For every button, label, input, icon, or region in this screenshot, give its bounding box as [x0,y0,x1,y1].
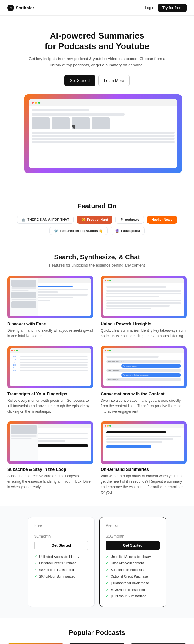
check-icon: ✓ [106,574,109,579]
badge-topai: ⚙️ Featured on TopAI.tools 👋 [49,227,108,235]
feature-screenshot-ondemand [101,421,187,464]
future-icon: 🔮 [115,229,119,233]
logo-icon: S [7,5,14,11]
check-icon: ✓ [106,581,109,586]
pricing-feature: ✓ $0.20/hour Summarized [106,594,160,599]
pricing-feature: ✓ Optional Credit Purchase [106,574,160,579]
mock-thumbnail [32,117,50,129]
podcasts-heading: Popular Podcasts [7,629,187,637]
feature-desc-discover: Dive right in and find exactly what you'… [7,328,93,339]
mock-thumbnail [92,117,110,129]
feature-screenshot-discover [7,276,93,318]
check-icon: ✓ [106,587,109,592]
hero-subtitle: Get key insights from any podcast & yout… [24,56,170,69]
pricing-feature: ✓ Unlimited Access to Library [34,555,88,559]
badge-product-hunt: 🐱 Product Hunt [77,216,113,224]
pricing-card-premium: Premium $10/month Get Started ✓ Unlimite… [99,517,166,607]
podcast-card-freakonomics: FREAKONOMICS FREAK RADIO Freakonomics Ra… [7,643,64,644]
badge-hacker-news: Hacker News [147,216,177,224]
feature-title-conversations: Conversations with the Content [101,391,187,396]
feature-desc-insights: Quick, clear summaries. Identify key tak… [101,328,187,339]
feature-insights: Unlock Powerful Insights Quick, clear su… [101,276,187,339]
window-minimize-dot [35,102,37,104]
podcasts-grid: FREAKONOMICS FREAK RADIO Freakonomics Ra… [7,643,187,644]
features-section: Search, Synthesize, & Chat Features for … [0,242,194,506]
check-icon: ✓ [34,554,37,559]
podcasts-section: Popular Podcasts FREAKONOMICS FREAK RADI… [0,618,194,644]
feature-title-insights: Unlock Powerful Insights [101,321,187,326]
hero-section: AI-powered Summaries for Podcasts and Yo… [0,16,194,191]
feature-subscribe: Subscribe & Stay in the Loop Subscribe a… [7,421,93,495]
feature-screenshot-subscribe [7,421,93,464]
pricing-cards-group: Free $0/month Get Started ✓ Unlimited Ac… [7,517,187,607]
feature-conversations: What is the main topic? The episode cove… [101,346,187,414]
mock-thumbnail [52,117,70,129]
pricing-tier-premium: Premium [106,523,160,528]
feature-desc-subscribe: Subscribe and receive curated email dige… [7,473,93,490]
pricing-feature: ✓ Unlimited Access to Library [106,555,160,559]
feature-transcripts: 0:00 0:15 0:30 1:02 [7,346,93,414]
pricing-feature: ✓ Optional Credit Purchase [34,561,88,566]
check-icon: ✓ [106,554,109,559]
podcast-card-huberman: HUBERMAN LAB Huberman Lab Huberman Lab d… [69,643,125,644]
featured-heading: Featured On [7,202,187,210]
pricing-card-free: Free $0/month Get Started ✓ Unlimited Ac… [28,517,95,607]
pricing-feature: ✓ $0.40/Hour Transcribed [34,568,88,572]
pricing-section: Free $0/month Get Started ✓ Unlimited Ac… [0,506,194,618]
logo[interactable]: S Scribbler [7,5,34,11]
features-heading: Search, Synthesize, & Chat [7,253,187,261]
badge-podnews: 🎙 podnews [115,216,144,224]
pricing-price-free: $0/month [34,529,88,540]
hero-screenshot [24,94,182,173]
window-maximize-dot [38,102,40,104]
hero-cta-group: Get Started Learn More [24,75,170,86]
feature-screenshot-transcripts: 0:00 0:15 0:30 1:02 [7,346,93,388]
feature-screenshot-conversations: What is the main topic? The episode cove… [101,346,187,388]
pricing-btn-premium[interactable]: Get Started [106,541,160,550]
pricing-feature: ✓ Chat with your content [106,561,160,566]
nav-actions: Login Try for free! [145,4,187,12]
topai-icon: ⚙️ [54,229,58,233]
feature-desc-conversations: Dive into a conversation, and get answer… [101,398,187,414]
feature-desc-ondemand: Why wade through hours of content when y… [101,473,187,495]
pricing-tier-free: Free [34,523,88,528]
pricing-feature: ✓ Subscribe in Podcasts [106,568,160,572]
featured-section: Featured On 🤖 THERE'S AN AI FOR THAT 🐱 P… [0,191,194,242]
pricing-btn-free[interactable]: Get Started [34,541,88,550]
check-icon: ✓ [106,594,109,599]
hero-get-started-button[interactable]: Get Started [64,75,95,86]
window-close-dot [32,102,34,104]
logo-text: Scribbler [16,5,34,10]
login-button[interactable]: Login [145,5,154,10]
svg-text:S: S [10,6,12,10]
hero-screen-mock [29,99,177,168]
feature-title-ondemand: On-Demand Summaries [101,467,187,472]
check-icon: ✓ [34,561,37,566]
pricing-feature: ✓ $10/month for on-demand [106,581,160,586]
navbar: S Scribbler Login Try for free! [0,0,194,16]
badge-there-is-ai: 🤖 THERE'S AN AI FOR THAT [17,216,73,224]
feature-discover: Discover with Ease Dive right in and fin… [7,276,93,339]
feature-title-discover: Discover with Ease [7,321,93,326]
feature-title-subscribe: Subscribe & Stay in the Loop [7,467,93,472]
sidebar-mock [10,278,38,316]
podcast-card-fridman: LEX Fridman Podcast Lex Fridman Podcast … [130,643,187,644]
pricing-price-premium: $10/month [106,529,160,540]
pricing-feature: ✓ $0.40/Hour Summarized [34,574,88,579]
features-grid: Discover with Ease Dive right in and fin… [7,276,187,495]
check-icon: ✓ [106,567,109,572]
badge-icon: 🤖 [22,218,26,222]
featured-logos-group: 🤖 THERE'S AN AI FOR THAT 🐱 Product Hunt … [7,216,187,235]
feature-screenshot-insights [101,276,187,318]
try-free-button[interactable]: Try for free! [158,4,187,12]
pricing-feature: ✓ $0.30/hour Transcribed [106,588,160,592]
check-icon: ✓ [34,567,37,572]
feature-desc-transcripts: Relive every moment with precision. Get … [7,398,93,414]
hero-title: AI-powered Summaries for Podcasts and Yo… [24,30,170,52]
podnews-icon: 🎙 [120,218,123,221]
check-icon: ✓ [34,574,37,579]
features-subheading: Features for unlocking the essence behin… [7,263,187,267]
hero-learn-more-button[interactable]: Learn More [98,75,130,86]
feature-ondemand: On-Demand Summaries Why wade through hou… [101,421,187,495]
badge-futurepedia: 🔮 Futurepedia [111,227,145,235]
